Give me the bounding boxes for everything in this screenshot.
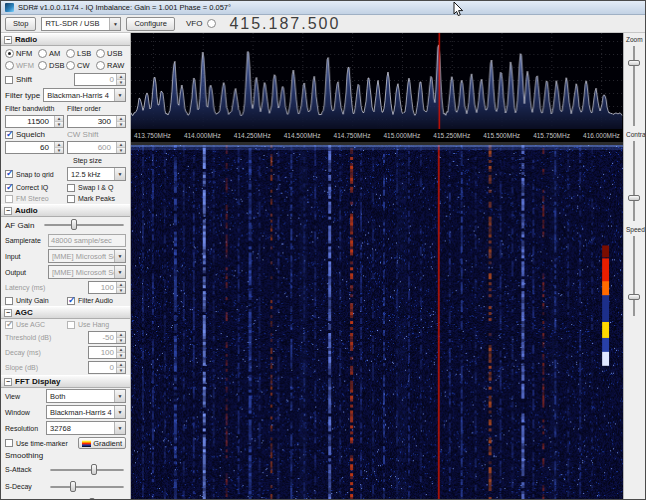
slider-thumb[interactable] [70, 481, 76, 492]
agc-panel-header[interactable]: AGC [1, 306, 130, 319]
filter-order-value: 300 [68, 116, 113, 127]
view-select[interactable]: Both [46, 389, 126, 403]
s-decay-label: S-Decay [5, 483, 45, 490]
decay-input[interactable]: 100 [88, 346, 126, 359]
resolution-label: Resolution [5, 425, 43, 432]
freq-tick-label: 413.750MHz [134, 132, 171, 139]
slider-thumb[interactable] [628, 195, 640, 201]
vfo-label: VFO [186, 19, 202, 28]
snap-toggle[interactable]: Snap to grid [5, 170, 64, 178]
slope-input[interactable]: 0 [88, 361, 126, 374]
af-gain-slider[interactable] [42, 218, 126, 232]
mode-nfm[interactable]: NFM [5, 49, 38, 58]
dropdown-arrow-icon[interactable] [114, 406, 125, 418]
slider-thumb[interactable] [91, 464, 97, 475]
radio-icon [66, 61, 75, 70]
stop-button[interactable]: Stop [5, 17, 36, 31]
spin-down-icon[interactable] [55, 122, 63, 127]
resolution-select[interactable]: 32768 [46, 421, 126, 435]
spin-down-icon[interactable] [117, 148, 125, 153]
mode-wfm[interactable]: WFM [5, 61, 38, 70]
squelch-toggle[interactable]: Squelch [5, 130, 64, 139]
mode-raw[interactable]: RAW [96, 61, 125, 70]
mode-usb[interactable]: USB [96, 49, 125, 58]
mode-label: USB [107, 49, 122, 58]
input-select[interactable]: [MME] Microsoft Sound [48, 249, 126, 263]
shift-input[interactable]: 0 [74, 73, 126, 86]
slider-thumb[interactable] [628, 294, 640, 300]
step-size-select[interactable]: 12.5 kHz [67, 167, 126, 181]
filter-order-input[interactable]: 300 [67, 115, 126, 128]
spin-down-icon[interactable] [55, 148, 63, 153]
use-agc-toggle[interactable]: Use AGC [5, 321, 64, 329]
latency-row: Latency (ms) 100 [1, 280, 130, 295]
window-select[interactable]: Blackman-Harris 4 [46, 405, 126, 419]
spinner [116, 142, 125, 153]
spin-down-icon[interactable] [117, 288, 125, 293]
mode-lsb[interactable]: LSB [66, 49, 96, 58]
latency-input[interactable]: 100 [88, 281, 126, 294]
source-select[interactable]: RTL-SDR / USB [41, 17, 121, 31]
spin-down-icon[interactable] [117, 122, 125, 127]
spin-down-icon[interactable] [117, 338, 125, 343]
collapse-icon[interactable] [4, 207, 12, 215]
contrast-slider[interactable] [624, 139, 645, 223]
dropdown-arrow-icon[interactable] [114, 250, 125, 262]
spinner [54, 116, 63, 127]
zoom-slider[interactable] [624, 44, 645, 128]
mode-am[interactable]: AM [38, 49, 66, 58]
waterfall-display[interactable] [131, 145, 623, 500]
swap-iq-label: Swap I & Q [78, 184, 113, 191]
cw-shift-input[interactable]: 600 [67, 141, 126, 154]
collapse-icon[interactable] [4, 36, 12, 44]
dropdown-arrow-icon[interactable] [109, 18, 120, 30]
fft-panel-header[interactable]: FFT Display [1, 375, 130, 388]
s-decay-slider[interactable] [48, 480, 126, 494]
samplerate-input[interactable]: 48000 sample/sec [48, 234, 126, 247]
vfo-radio[interactable] [207, 19, 216, 28]
slider-track [44, 224, 124, 226]
configure-button[interactable]: Configure [126, 17, 175, 31]
spin-down-icon[interactable] [117, 368, 125, 373]
mark-peaks-toggle[interactable]: Mark Peaks [67, 195, 126, 203]
slider-thumb[interactable] [71, 219, 77, 230]
s-attack-slider[interactable] [48, 463, 126, 477]
shift-checkbox[interactable] [5, 76, 13, 84]
collapse-icon[interactable] [4, 378, 12, 386]
filter-type-select[interactable]: Blackman-Harris 4 [43, 88, 126, 102]
spin-down-icon[interactable] [117, 80, 125, 85]
speed-slider[interactable] [624, 234, 645, 318]
radio-icon [96, 61, 105, 70]
spin-down-icon[interactable] [117, 353, 125, 358]
filter-audio-toggle[interactable]: Filter Audio [67, 297, 126, 305]
dropdown-arrow-icon[interactable] [114, 266, 125, 278]
spectrum-display[interactable] [131, 33, 623, 129]
dropdown-arrow-icon[interactable] [114, 168, 125, 180]
gradient-button[interactable]: Gradient [78, 437, 126, 449]
use-hang-toggle[interactable]: Use Hang [67, 321, 126, 329]
shift-row: Shift 0 [1, 72, 130, 87]
squelch-input[interactable]: 60 [5, 141, 64, 154]
dropdown-arrow-icon[interactable] [114, 422, 125, 434]
w-attack-slider[interactable] [48, 497, 126, 500]
freq-tick-label: 414.500MHz [284, 132, 321, 139]
unity-gain-toggle[interactable]: Unity Gain [5, 297, 64, 305]
spinner [116, 282, 125, 293]
audio-panel-header[interactable]: Audio [1, 204, 130, 217]
fm-stereo-toggle[interactable]: FM Stereo [5, 195, 64, 203]
mode-dsb[interactable]: DSB [38, 61, 66, 70]
time-marker-checkbox[interactable] [5, 439, 13, 447]
dropdown-arrow-icon[interactable] [114, 89, 125, 101]
output-select[interactable]: [MME] Microsoft Sound [48, 265, 126, 279]
collapse-icon[interactable] [4, 309, 12, 317]
swap-iq-toggle[interactable]: Swap I & Q [67, 184, 126, 192]
mode-cw[interactable]: CW [66, 61, 96, 70]
correct-iq-toggle[interactable]: Correct IQ [5, 184, 64, 192]
slider-thumb[interactable] [628, 60, 640, 66]
spinner [116, 116, 125, 127]
radio-panel-header[interactable]: Radio [1, 33, 130, 46]
filter-bandwidth-input[interactable]: 11500 [5, 115, 64, 128]
dropdown-arrow-icon[interactable] [114, 390, 125, 402]
threshold-input[interactable]: -50 [88, 331, 126, 344]
frequency-display[interactable]: 415.187.500 [229, 15, 340, 33]
